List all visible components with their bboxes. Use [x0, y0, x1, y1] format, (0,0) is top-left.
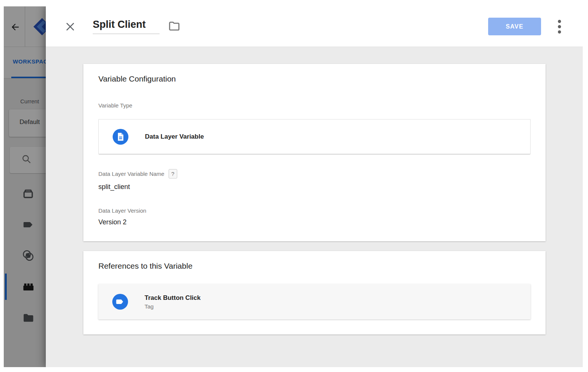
gtm-app-window: WORKSPACE Current Default: [4, 6, 583, 367]
more-options-button[interactable]: [557, 19, 562, 35]
variable-type-label: Variable Type: [98, 102, 531, 109]
data-layer-variable-name-label: Data Layer Variable Name: [98, 171, 164, 177]
folder-icon: [168, 21, 181, 32]
close-button[interactable]: [65, 21, 76, 32]
data-layer-version-label: Data Layer Version: [98, 207, 531, 214]
tag-icon: [112, 294, 128, 310]
variable-title-input[interactable]: Split Client: [93, 19, 160, 34]
data-layer-variable-name-value: split_client: [98, 183, 531, 191]
data-layer-document-icon: [113, 129, 128, 145]
panel-header: Split Client SAVE: [46, 6, 583, 47]
variable-type-value: Data Layer Variable: [145, 133, 204, 141]
help-button[interactable]: ?: [169, 169, 177, 178]
variable-editor-panel: Split Client SAVE Variable Configuration…: [46, 6, 583, 367]
reference-text: Track Button Click Tag: [145, 294, 201, 310]
card-title: Variable Configuration: [98, 74, 531, 83]
reference-row[interactable]: Track Button Click Tag: [98, 284, 531, 319]
close-icon: [65, 21, 76, 32]
data-layer-version-value: Version 2: [98, 218, 531, 226]
variable-type-row[interactable]: Data Layer Variable: [98, 119, 531, 154]
move-to-folder-button[interactable]: [168, 21, 181, 33]
name-label-row: Data Layer Variable Name ?: [98, 169, 531, 178]
reference-type: Tag: [145, 303, 201, 310]
card-title: References to this Variable: [98, 262, 531, 271]
save-button[interactable]: SAVE: [488, 18, 541, 35]
panel-body: Variable Configuration Variable Type Dat…: [46, 47, 583, 334]
kebab-menu-icon: [557, 19, 562, 35]
references-card: References to this Variable Track Button…: [83, 251, 546, 334]
reference-name: Track Button Click: [145, 294, 201, 302]
variable-configuration-card: Variable Configuration Variable Type Dat…: [83, 64, 546, 241]
